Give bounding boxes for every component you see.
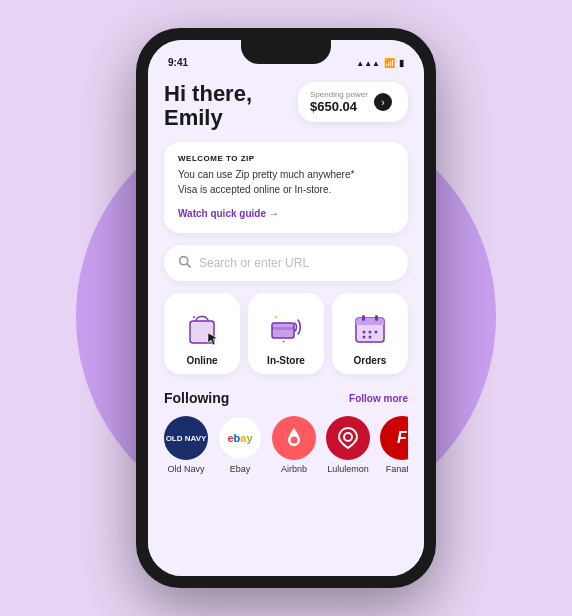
brand-fanatics-logo: F <box>380 416 408 460</box>
signal-icon: ▲▲▲ <box>356 59 380 68</box>
brands-row: OLD NAVY Old Navy ebay Ebay <box>164 416 408 474</box>
category-orders-label: Orders <box>354 355 387 366</box>
ebay-y: y <box>246 432 252 444</box>
svg-point-17 <box>375 331 378 334</box>
categories-row: ✦ ✦ Online <box>164 293 408 374</box>
greeting-line1: Hi there, <box>164 82 252 106</box>
welcome-body: You can use Zip pretty much anywhere*Vis… <box>178 167 394 197</box>
spending-amount: $650.04 <box>310 99 368 114</box>
svg-point-16 <box>369 331 372 334</box>
status-time: 9:41 <box>168 57 188 68</box>
brand-old-navy[interactable]: OLD NAVY Old Navy <box>164 416 208 474</box>
svg-point-19 <box>369 336 372 339</box>
svg-line-1 <box>187 264 190 267</box>
greeting-text: Hi there, Emily <box>164 82 252 130</box>
svg-point-20 <box>291 437 298 444</box>
brand-lululemon[interactable]: Lululemon <box>326 416 370 474</box>
svg-point-15 <box>363 331 366 334</box>
svg-text:✦: ✦ <box>192 314 196 320</box>
calendar-icon <box>348 305 392 349</box>
greeting-line2: Emily <box>164 106 252 130</box>
svg-rect-6 <box>272 323 294 338</box>
category-online-label: Online <box>186 355 217 366</box>
brand-airbnb-name: Airbnb <box>281 464 307 474</box>
svg-rect-7 <box>272 327 294 330</box>
category-in-store[interactable]: ✦ ✦ In-Store <box>248 293 324 374</box>
following-header: Following Follow more <box>164 390 408 406</box>
brand-airbnb[interactable]: Airbnb <box>272 416 316 474</box>
brand-ebay[interactable]: ebay Ebay <box>218 416 262 474</box>
search-bar[interactable]: Search or enter URL <box>164 245 408 281</box>
status-icons: ▲▲▲ 📶 ▮ <box>356 58 404 68</box>
svg-rect-12 <box>356 322 384 325</box>
svg-text:✦: ✦ <box>282 339 286 344</box>
svg-rect-13 <box>362 315 365 321</box>
svg-text:✦: ✦ <box>274 314 278 320</box>
wifi-icon: 📶 <box>384 58 395 68</box>
spending-info: Spending power $650.04 <box>310 90 368 114</box>
spending-label: Spending power <box>310 90 368 99</box>
spending-arrow-icon: › <box>374 93 392 111</box>
phone-frame: 9:41 ▲▲▲ 📶 ▮ Hi there, Emily Spending po… <box>136 28 436 588</box>
category-orders[interactable]: Orders <box>332 293 408 374</box>
spending-card[interactable]: Spending power $650.04 › <box>298 82 408 122</box>
welcome-card: WELCOME TO ZIP You can use Zip pretty mu… <box>164 142 408 233</box>
follow-more-link[interactable]: Follow more <box>349 393 408 404</box>
brand-old-navy-name: Old Navy <box>167 464 204 474</box>
svg-rect-14 <box>375 315 378 321</box>
brand-old-navy-logo: OLD NAVY <box>164 416 208 460</box>
following-title: Following <box>164 390 229 406</box>
content-area: Hi there, Emily Spending power $650.04 ›… <box>148 72 424 576</box>
ebay-logo-text: ebay <box>227 432 252 444</box>
watch-guide-link[interactable]: Watch quick guide → <box>178 208 279 219</box>
category-online[interactable]: ✦ ✦ Online <box>164 293 240 374</box>
brand-lululemon-name: Lululemon <box>327 464 369 474</box>
welcome-tag: WELCOME TO ZIP <box>178 154 394 163</box>
shopping-bag-icon: ✦ ✦ <box>180 305 224 349</box>
svg-point-18 <box>363 336 366 339</box>
card-tap-icon: ✦ ✦ <box>264 305 308 349</box>
svg-point-21 <box>344 433 352 441</box>
search-icon <box>178 255 191 271</box>
brand-ebay-name: Ebay <box>230 464 251 474</box>
brand-lululemon-logo <box>326 416 370 460</box>
battery-icon: ▮ <box>399 58 404 68</box>
search-placeholder-text: Search or enter URL <box>199 256 309 270</box>
category-instore-label: In-Store <box>267 355 305 366</box>
header-row: Hi there, Emily Spending power $650.04 › <box>164 82 408 130</box>
phone-screen: 9:41 ▲▲▲ 📶 ▮ Hi there, Emily Spending po… <box>148 40 424 576</box>
brand-fanatics-name: Fanati... <box>386 464 408 474</box>
brand-fanatics[interactable]: F Fanati... <box>380 416 408 474</box>
phone-notch <box>241 40 331 64</box>
brand-ebay-logo: ebay <box>218 416 262 460</box>
brand-airbnb-logo <box>272 416 316 460</box>
